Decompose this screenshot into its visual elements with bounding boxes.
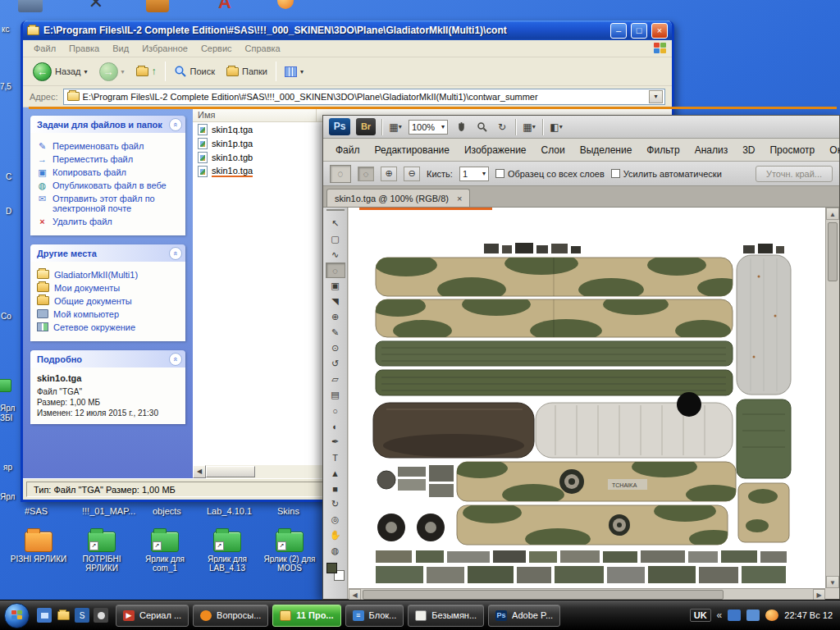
- ps-menu-view[interactable]: Просмотр: [762, 144, 822, 156]
- explorer-titlebar[interactable]: E:\Program Files\IL-2 Complete Edition\#…: [23, 21, 672, 40]
- views-button[interactable]: ▾: [281, 65, 307, 79]
- quick-launch-folder-icon[interactable]: [56, 608, 71, 623]
- top-desktop-icon-2[interactable]: ✕: [85, 0, 107, 12]
- ps-menu-layers[interactable]: Слои: [534, 144, 573, 156]
- document-canvas[interactable]: TCHAIKA: [349, 208, 825, 588]
- taskbar-task-pro-active[interactable]: 11 Про...: [272, 605, 340, 627]
- top-desktop-icon-5[interactable]: [277, 0, 294, 9]
- desktop-icon-label-objects[interactable]: objects: [153, 506, 181, 516]
- brush-tool[interactable]: ✎: [326, 325, 345, 340]
- views-dropdown-icon[interactable]: ▾: [300, 68, 304, 75]
- desktop-icon-com1[interactable]: Ярлик для com_1: [133, 532, 197, 573]
- eraser-tool[interactable]: ▱: [326, 372, 345, 387]
- column-separator[interactable]: [316, 107, 317, 122]
- hand-tool[interactable]: ✋: [326, 527, 345, 543]
- menu-favorites[interactable]: Избранное: [136, 42, 194, 55]
- show-desktop-icon[interactable]: [37, 608, 52, 623]
- scroll-left-button[interactable]: ◀: [193, 465, 206, 478]
- taskbar-clock[interactable]: 22:47 Вс 12: [784, 610, 833, 620]
- collapse-chevron-icon[interactable]: «: [169, 118, 182, 131]
- tray-expand-icon[interactable]: «: [717, 609, 723, 621]
- menu-file[interactable]: Файл: [28, 42, 62, 55]
- task-email-file[interactable]: ✉Отправить этот файл по электронной почт…: [37, 194, 180, 213]
- close-button[interactable]: ×: [651, 23, 668, 39]
- menu-tools[interactable]: Сервис: [195, 42, 238, 55]
- clone-stamp-tool[interactable]: ⊙: [326, 340, 345, 356]
- language-indicator[interactable]: UK: [690, 609, 711, 622]
- spot-healing-tool[interactable]: ⊕: [326, 309, 345, 325]
- subtract-selection-mode-button[interactable]: ⊖: [404, 167, 420, 181]
- checkbox-icon[interactable]: [611, 169, 620, 178]
- place-my-computer[interactable]: Мой компьютер: [37, 309, 180, 319]
- place-network[interactable]: Сетевое окружение: [37, 322, 180, 332]
- bridge-launch-icon[interactable]: Br: [356, 118, 376, 135]
- ps-menu-image[interactable]: Изображение: [457, 144, 534, 156]
- search-button[interactable]: Поиск: [171, 63, 218, 80]
- vertical-scrollbar[interactable]: ▲ ▼: [825, 208, 839, 588]
- ps-menu-3d[interactable]: 3D: [735, 144, 762, 156]
- screen-mode-icon[interactable]: ◧▾: [549, 120, 564, 135]
- firefox-tray-icon[interactable]: [765, 609, 778, 621]
- maximize-button[interactable]: □: [631, 23, 647, 39]
- task-move-file[interactable]: →Переместить файл: [37, 154, 180, 164]
- desktop-icon-label-skins[interactable]: Skins: [277, 506, 299, 516]
- menu-edit[interactable]: Правка: [63, 42, 105, 55]
- desktop-icon-rizni-yarlyky[interactable]: РІЗНІ ЯРЛИКИ: [7, 532, 71, 564]
- back-dropdown-icon[interactable]: ▾: [84, 68, 88, 75]
- crop-tool[interactable]: ▣: [326, 278, 345, 294]
- auto-enhance-checkbox[interactable]: Усилить автоматически: [611, 169, 722, 179]
- toolbox-grip[interactable]: [326, 209, 345, 213]
- horizontal-scrollbar[interactable]: ◀ ▶: [349, 588, 825, 600]
- other-places-header[interactable]: Другие места «: [30, 244, 185, 262]
- place-shared-documents[interactable]: Общие документы: [37, 296, 180, 306]
- gradient-tool[interactable]: ▤: [326, 387, 345, 403]
- blur-tool[interactable]: ○: [326, 403, 345, 418]
- desktop-icon-label-sas[interactable]: #SAS: [25, 506, 48, 516]
- scroll-right-button[interactable]: ▶: [813, 589, 825, 600]
- ps-menu-select[interactable]: Выделение: [573, 144, 640, 156]
- desktop-icon-mods[interactable]: Ярлик (2) для MODS: [258, 532, 322, 573]
- display-tray-icon[interactable]: [746, 609, 760, 621]
- 3d-rotate-tool[interactable]: ↻: [326, 496, 345, 512]
- quick-selection-tool[interactable]: ◌: [326, 262, 345, 278]
- taskbar-task-bezymyan[interactable]: Безымян...: [408, 605, 484, 627]
- minimize-button[interactable]: –: [610, 23, 627, 39]
- current-tool-preview-icon[interactable]: ◌: [330, 165, 351, 183]
- history-brush-tool[interactable]: ↺: [326, 356, 345, 372]
- zoom-tool-icon[interactable]: [474, 120, 489, 135]
- top-desktop-icon-1[interactable]: [18, 0, 43, 12]
- menu-help[interactable]: Справка: [240, 42, 286, 55]
- sample-all-layers-checkbox[interactable]: Образец со всех слоев: [495, 169, 605, 179]
- scroll-down-button[interactable]: ▼: [826, 576, 839, 588]
- collapse-chevron-icon[interactable]: «: [169, 247, 182, 260]
- zoom-level-field[interactable]: 100%▾: [409, 120, 448, 135]
- scroll-thumb[interactable]: [206, 466, 255, 477]
- scroll-left-button[interactable]: ◀: [349, 589, 361, 600]
- tab-close-icon[interactable]: ×: [457, 194, 462, 203]
- checkbox-icon[interactable]: [495, 169, 504, 178]
- new-selection-mode-button[interactable]: ◌: [358, 167, 374, 181]
- path-selection-tool[interactable]: ▲: [326, 465, 345, 481]
- pen-tool[interactable]: ✒: [326, 434, 345, 450]
- desktop-icon-label-lab[interactable]: Lab_4.10.1: [207, 506, 252, 516]
- marquee-tool[interactable]: ▢: [326, 231, 345, 247]
- color-swatches[interactable]: [326, 562, 345, 582]
- forward-button[interactable]: → ▾: [96, 61, 128, 83]
- desktop-icon-label-map[interactable]: !!!_01_MAP...: [82, 506, 135, 516]
- scroll-thumb[interactable]: [828, 222, 838, 281]
- shape-tool[interactable]: ■: [326, 481, 345, 496]
- view-extras-icon[interactable]: ▦▾: [388, 120, 403, 135]
- menu-view[interactable]: Вид: [107, 42, 135, 55]
- task-rename-file[interactable]: ✎Переименовать файл: [37, 141, 180, 151]
- taskbar-task-adobe[interactable]: Ps Adobe P...: [488, 605, 560, 627]
- folders-button[interactable]: Папки: [223, 65, 271, 78]
- up-button[interactable]: ↑: [133, 64, 160, 79]
- brush-size-dropdown[interactable]: 1▾: [459, 167, 489, 181]
- arrange-documents-icon[interactable]: ▦▾: [522, 120, 536, 135]
- top-desktop-icon-3[interactable]: [146, 0, 169, 12]
- start-button[interactable]: [4, 603, 30, 628]
- address-combo[interactable]: E:\Program Files\IL-2 Complete Edition\#…: [63, 89, 665, 105]
- 3d-orbit-tool[interactable]: ◎: [326, 512, 345, 527]
- forward-dropdown-icon[interactable]: ▾: [121, 68, 125, 75]
- dodge-tool[interactable]: ◐: [326, 418, 345, 434]
